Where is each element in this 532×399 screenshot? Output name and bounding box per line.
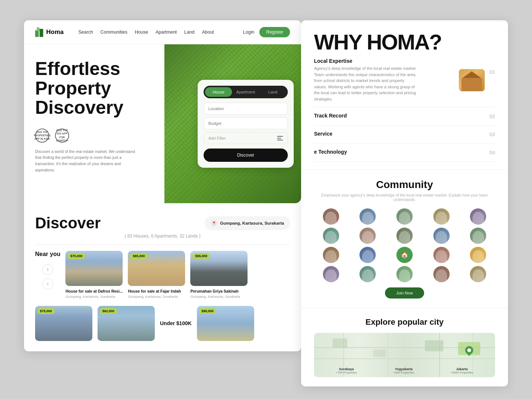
property-card-2[interactable]: $85,000 House for sale at Fajar Indah Gu… (128, 251, 185, 299)
why-item-4-left: e Technology (314, 149, 347, 156)
city-map[interactable]: Surabaya +700 Properties Yogyakarta +300… (314, 333, 495, 377)
nav-arrows: ↑ ↓ (42, 264, 53, 289)
why-item-4[interactable]: e Technology 04 (314, 144, 495, 162)
community-title: Community (314, 179, 495, 191)
award-wreath-2: 2022 TOPIOS APP FORSTARTUP (55, 129, 69, 143)
awards: 2022 TOPPROPERTIESAPP IN ASIA 2022 TOPIO… (35, 129, 157, 143)
location-input[interactable] (204, 103, 288, 115)
discover-header: Discover 📍 Gumpang, Kartasura, Surakarta (35, 214, 290, 232)
city-yogyakarta-name: Yogyakarta (393, 367, 414, 371)
tab-apartment[interactable]: Apartment (232, 87, 259, 97)
nav-communities[interactable]: Communities (100, 30, 127, 35)
why-item-1-content: Local Expertise Agency's deep knowledge … (314, 58, 417, 102)
why-item-3-left: Service (314, 131, 332, 138)
why-title: WHY HOMA? (314, 31, 495, 53)
property-name-1: House for sale at Dafros Resi... (65, 289, 123, 293)
explore-title: Explore popular city (314, 317, 495, 327)
property-card-5[interactable]: $62,000 (98, 306, 155, 344)
why-item-2-num: 02 (489, 113, 495, 119)
budget-input[interactable] (204, 117, 288, 129)
login-button[interactable]: Login (243, 30, 255, 35)
svg-rect-2 (37, 27, 40, 31)
why-item-1-desc: Agency's deep knowledge of the local rea… (314, 65, 417, 102)
property-name-3: Perumahan Griya Sakinah (190, 289, 248, 293)
city-surabaya-name: Surabaya (336, 367, 357, 371)
location-pill[interactable]: 📍 Gumpang, Kartasura, Surakarta (205, 216, 290, 230)
avatar-12 (359, 247, 376, 263)
join-now-button[interactable]: Join Now (385, 287, 424, 299)
price-tag-5: $62,000 (100, 308, 117, 314)
avatar-16 (359, 266, 376, 282)
under-100k-section: Under $100K (160, 306, 192, 341)
why-item-3-num: 03 (489, 132, 495, 137)
near-you-label: Near you (35, 251, 60, 258)
filter-label: Add Filter (208, 136, 226, 140)
property-loc-1: Gumpang, Kartasura, Surakarta (65, 294, 123, 299)
svg-rect-1 (40, 29, 43, 37)
avatar-14 (470, 247, 486, 263)
city-yogyakarta[interactable]: Yogyakarta +300 Properties (393, 367, 414, 374)
filter-row[interactable]: Add Filter (204, 132, 288, 144)
why-item-4-name: e Technology (314, 149, 347, 155)
why-item-1[interactable]: Local Expertise Agency's deep knowledge … (314, 53, 495, 108)
hero-left: Effortless Property Discovery 2022 TOPPR… (24, 44, 168, 203)
nav-land[interactable]: Land (184, 30, 195, 35)
avatar-8 (396, 228, 413, 244)
tab-land[interactable]: Land (259, 87, 286, 97)
avatar-2 (359, 208, 376, 225)
city-surabaya[interactable]: Surabaya +700 Properties (336, 367, 357, 374)
search-card: House Apartment Land Add Filter Discover (198, 80, 294, 168)
discover-count: ( 83 Houses, 6 Apartments, 32 Lands ) (35, 233, 290, 239)
tab-house[interactable]: House (205, 87, 232, 97)
avatar-7 (359, 228, 376, 244)
city-jakarta-count: +5000 Properties (451, 371, 473, 374)
why-item-3-name: Service (314, 131, 332, 137)
price-tag-2: $85,000 (130, 253, 147, 259)
why-item-1-extra: 01 (459, 69, 495, 91)
avatar-17 (396, 266, 413, 282)
community-section: Community Emphasize your agency's deep k… (301, 170, 508, 308)
nav-house[interactable]: House (135, 30, 148, 35)
why-item-3[interactable]: Service 03 (314, 126, 495, 144)
register-button[interactable]: Register (259, 27, 290, 37)
house-thumbnail (459, 69, 485, 91)
why-item-1-left: Local Expertise Agency's deep knowledge … (314, 58, 417, 102)
nav-about[interactable]: About (202, 30, 214, 35)
why-item-1-thumb (459, 69, 485, 91)
why-item-2[interactable]: Track Record 02 (314, 108, 495, 126)
award-wreath-1: 2022 TOPPROPERTIESAPP IN ASIA (35, 129, 49, 143)
avatar-13 (433, 247, 450, 263)
avatar-4 (433, 208, 450, 225)
property-card-1[interactable]: $75,000 House for sale at Dafros Resi...… (65, 251, 123, 299)
property-image-1: $75,000 (65, 251, 123, 286)
property-card-6[interactable]: $90,000 (197, 306, 254, 344)
community-subtitle: Emphasize your agency's deep knowledge o… (314, 193, 495, 202)
avatar-1 (323, 208, 339, 225)
property-image-3: $55,000 (190, 251, 248, 286)
logo[interactable]: Homa (35, 27, 64, 37)
city-jakarta[interactable]: Jakarta +5000 Properties (451, 367, 473, 374)
nav-apartment[interactable]: Apartment (156, 30, 177, 35)
arrow-down[interactable]: ↓ (42, 278, 53, 289)
arrow-up[interactable]: ↑ (42, 264, 53, 275)
award-2: 2022 TOPIOS APP FORSTARTUP (55, 129, 69, 143)
city-yogyakarta-count: +300 Properties (393, 371, 414, 374)
avatar-9 (433, 228, 450, 244)
property-loc-3: Gumpang, Kartasura, Surakarta (190, 294, 248, 299)
property-card-4[interactable]: $75,000 (35, 306, 92, 344)
filter-icon (277, 136, 283, 140)
nav-search[interactable]: Search (78, 30, 93, 35)
discover-button[interactable]: Discover (204, 149, 288, 162)
property-image-2: $85,000 (128, 251, 185, 286)
hero-title: Effortless Property Discovery (35, 59, 157, 117)
property-card-3[interactable]: $55,000 Perumahan Griya Sakinah Gumpang,… (190, 251, 248, 299)
search-inputs: Add Filter Discover (204, 103, 288, 162)
hero-description: Discover a world of the real estate mark… (35, 149, 139, 173)
pin-icon: 📍 (211, 220, 217, 226)
price-tag-4: $75,000 (37, 308, 55, 314)
avatar-11 (323, 247, 339, 263)
svg-rect-0 (35, 30, 39, 37)
why-item-1-num: 01 (489, 69, 495, 75)
under-100k-label: Under $100K (160, 320, 192, 327)
avatar-5 (470, 208, 486, 225)
